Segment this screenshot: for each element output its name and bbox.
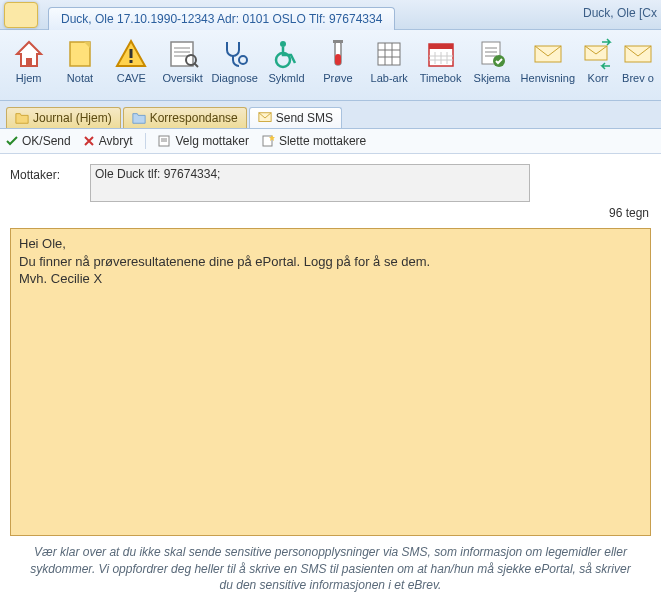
warning-icon bbox=[115, 38, 147, 70]
ribbon-label: Prøve bbox=[323, 72, 352, 84]
ribbon-label: Notat bbox=[67, 72, 93, 84]
ribbon-labark[interactable]: Lab-ark bbox=[365, 34, 414, 98]
action-bar: OK/Send Avbryt Velg mottaker Slette mott… bbox=[0, 129, 661, 154]
ribbon-label: Sykmld bbox=[269, 72, 305, 84]
ribbon-label: Henvisning bbox=[521, 72, 575, 84]
svg-rect-5 bbox=[171, 42, 193, 66]
disclaimer-text: Vær klar over at du ikke skal sende sens… bbox=[10, 536, 651, 597]
wheelchair-icon bbox=[271, 38, 303, 70]
separator bbox=[145, 133, 146, 149]
content-area: Mottaker: Ole Duck tlf: 97674334; 96 teg… bbox=[0, 154, 661, 604]
tab-journal[interactable]: Journal (Hjem) bbox=[6, 107, 121, 128]
ribbon-henvisning[interactable]: Henvisning bbox=[519, 34, 577, 98]
delete-recipients-button[interactable]: Slette mottakere bbox=[261, 134, 366, 148]
mail-exchange-icon bbox=[582, 38, 614, 70]
svg-rect-15 bbox=[335, 54, 341, 65]
ribbon-toolbar: Hjem Notat CAVE Oversikt Diagnose Sykmld bbox=[0, 30, 661, 101]
svg-rect-1 bbox=[70, 42, 90, 66]
ribbon-label: Timebok bbox=[420, 72, 462, 84]
check-icon bbox=[6, 135, 18, 147]
recipient-row: Mottaker: Ole Duck tlf: 97674334; 96 teg… bbox=[10, 164, 651, 202]
form-icon bbox=[476, 38, 508, 70]
x-icon bbox=[83, 135, 95, 147]
testtube-icon bbox=[322, 38, 354, 70]
ribbon-brev[interactable]: Brev o bbox=[619, 34, 657, 98]
ribbon-korr[interactable]: Korr bbox=[579, 34, 617, 98]
ribbon-hjem[interactable]: Hjem bbox=[4, 34, 53, 98]
ribbon-oversikt[interactable]: Oversikt bbox=[158, 34, 207, 98]
calendar-icon bbox=[425, 38, 457, 70]
ribbon-label: Diagnose bbox=[211, 72, 257, 84]
ribbon-cave[interactable]: CAVE bbox=[107, 34, 156, 98]
recipient-label: Mottaker: bbox=[10, 164, 80, 182]
action-label: Avbryt bbox=[99, 134, 133, 148]
svg-point-12 bbox=[280, 41, 286, 47]
ribbon-label: Brev o bbox=[622, 72, 654, 84]
svg-point-11 bbox=[239, 56, 247, 64]
tab-send-sms[interactable]: Send SMS bbox=[249, 107, 342, 128]
ribbon-skjema[interactable]: Skjema bbox=[467, 34, 516, 98]
tab-label: Journal (Hjem) bbox=[33, 111, 112, 125]
ribbon-label: Skjema bbox=[474, 72, 511, 84]
ribbon-label: Lab-ark bbox=[371, 72, 408, 84]
overview-icon bbox=[167, 38, 199, 70]
app-icon[interactable] bbox=[4, 2, 38, 28]
svg-line-10 bbox=[194, 63, 198, 67]
ribbon-label: Korr bbox=[588, 72, 609, 84]
svg-rect-16 bbox=[333, 40, 343, 43]
action-label: OK/Send bbox=[22, 134, 71, 148]
module-tabs: Journal (Hjem) Korrespondanse Send SMS bbox=[0, 101, 661, 129]
home-icon bbox=[13, 38, 45, 70]
ribbon-timebok[interactable]: Timebok bbox=[416, 34, 465, 98]
char-count: 96 tegn bbox=[609, 206, 649, 220]
ribbon-prove[interactable]: Prøve bbox=[313, 34, 362, 98]
ribbon-notat[interactable]: Notat bbox=[55, 34, 104, 98]
note-icon bbox=[64, 38, 96, 70]
document-star-icon bbox=[261, 134, 275, 148]
stethoscope-icon bbox=[219, 38, 251, 70]
letter-icon bbox=[622, 38, 654, 70]
action-label: Velg mottaker bbox=[176, 134, 249, 148]
select-recipient-button[interactable]: Velg mottaker bbox=[158, 134, 249, 148]
svg-rect-3 bbox=[130, 49, 133, 58]
window-title: Duck, Ole [Cx bbox=[583, 6, 657, 20]
tab-label: Send SMS bbox=[276, 111, 333, 125]
ribbon-label: Oversikt bbox=[163, 72, 203, 84]
envelope-icon bbox=[532, 38, 564, 70]
grid-icon bbox=[373, 38, 405, 70]
ribbon-label: CAVE bbox=[117, 72, 146, 84]
titlebar: Duck, Ole 17.10.1990-12343 Adr: 0101 OSL… bbox=[0, 0, 661, 30]
tab-korrespondanse[interactable]: Korrespondanse bbox=[123, 107, 247, 128]
cancel-button[interactable]: Avbryt bbox=[83, 134, 133, 148]
svg-rect-17 bbox=[378, 43, 400, 65]
svg-rect-4 bbox=[130, 60, 133, 63]
ribbon-label: Hjem bbox=[16, 72, 42, 84]
patient-tab[interactable]: Duck, Ole 17.10.1990-12343 Adr: 0101 OSL… bbox=[48, 7, 395, 30]
action-label: Slette mottakere bbox=[279, 134, 366, 148]
sms-icon bbox=[258, 111, 272, 125]
patient-tabbar: Duck, Ole 17.10.1990-12343 Adr: 0101 OSL… bbox=[48, 7, 395, 30]
message-textarea[interactable]: Hei Ole, Du finner nå prøveresultatenene… bbox=[10, 228, 651, 536]
folder-icon bbox=[132, 111, 146, 125]
recipient-input[interactable]: Ole Duck tlf: 97674334; bbox=[90, 164, 530, 202]
svg-rect-23 bbox=[429, 44, 453, 49]
folder-icon bbox=[15, 111, 29, 125]
ok-send-button[interactable]: OK/Send bbox=[6, 134, 71, 148]
ribbon-diagnose[interactable]: Diagnose bbox=[209, 34, 259, 98]
svg-rect-0 bbox=[26, 58, 32, 66]
tab-label: Korrespondanse bbox=[150, 111, 238, 125]
document-icon bbox=[158, 135, 172, 147]
ribbon-sykmld[interactable]: Sykmld bbox=[262, 34, 311, 98]
